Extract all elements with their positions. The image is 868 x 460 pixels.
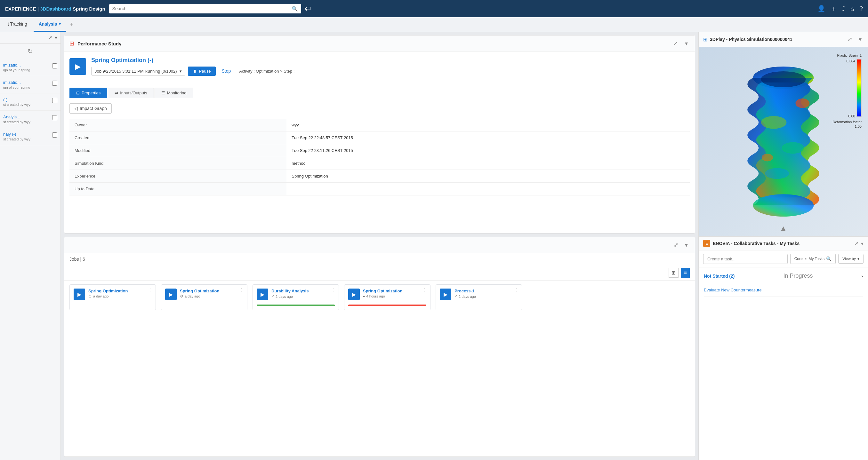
- table-row: Created Tue Sep 22 22:48:57 CEST 2015: [69, 131, 690, 144]
- stop-button[interactable]: Stop: [218, 66, 234, 76]
- context-tasks-button[interactable]: Context My Tasks 🔍: [790, 254, 836, 264]
- tab-properties[interactable]: ⊞ Properties: [69, 88, 107, 98]
- create-task-input[interactable]: [703, 254, 788, 264]
- sidebar-item-content: (-) st created by wyy: [3, 97, 50, 106]
- list-item[interactable]: imizatio... ign of your spring: [0, 59, 61, 76]
- scale-deform-label: Deformation factor: [833, 120, 862, 124]
- top-nav-icons: 👤 ＋ ⤴ ⌂ ?: [817, 4, 863, 13]
- sidebar-item-subtitle: st created by wyy: [3, 103, 50, 106]
- list-item[interactable]: Analyis... st created by wyy: [0, 111, 61, 128]
- sidebar-item-checkbox[interactable]: [52, 80, 57, 86]
- tab-add-button[interactable]: +: [67, 20, 76, 29]
- tab-inputs-outputs[interactable]: ⇄ Inputs/Outputs: [108, 88, 154, 98]
- task-more-button[interactable]: ⋮: [857, 286, 863, 293]
- activity-label: Activity : Optimization > Step :: [239, 69, 294, 73]
- sidebar-refresh[interactable]: ↻: [0, 43, 61, 59]
- view-by-button[interactable]: View by ▾: [838, 254, 864, 264]
- job-more-button[interactable]: ⋮: [422, 287, 428, 294]
- pause-label: Pause: [199, 69, 211, 73]
- sidebar-item-subtitle: st created by wyy: [3, 120, 50, 124]
- jobs-grid-view-button[interactable]: ⊞: [669, 268, 679, 278]
- jobs-list-view-button[interactable]: ≡: [681, 268, 690, 278]
- impact-graph-label: Impact Graph: [80, 106, 107, 111]
- job-more-button[interactable]: ⋮: [147, 287, 153, 294]
- jobs-panel: ⤢ ▾ Jobs | 6 ⊞ ≡ ▶: [64, 237, 695, 457]
- play-icon: ▶: [169, 291, 173, 297]
- job-progress-bar: [257, 304, 335, 306]
- job-meta-text: 2 days ago: [276, 295, 293, 298]
- panel-collapse-button[interactable]: ▾: [683, 39, 690, 48]
- viewer-expand-button[interactable]: ⤢: [846, 35, 854, 43]
- sidebar-item-content: Analyis... st created by wyy: [3, 114, 50, 124]
- job-play-icon: ▶: [73, 289, 85, 300]
- play-icon: ▶: [78, 291, 81, 297]
- inputs-tab-label: Inputs/Outputs: [120, 91, 147, 95]
- home-icon[interactable]: ⌂: [850, 5, 854, 12]
- panel-expand-button[interactable]: ⤢: [671, 39, 680, 48]
- sidebar-item-checkbox[interactable]: [52, 132, 57, 137]
- tasks-header: E ENOVIA - Collaborative Tasks - My Task…: [699, 237, 868, 251]
- job-play-icon: ▶: [257, 289, 268, 300]
- table-row: Simulation Kind method: [69, 157, 690, 170]
- sidebar-item-title: imizatio...: [3, 63, 50, 67]
- svg-point-4: [765, 168, 789, 179]
- task-title[interactable]: Evaluate New Countermeasure: [704, 288, 854, 292]
- sidebar-item-subtitle: st created by wyy: [3, 137, 50, 141]
- list-item[interactable]: imizatio... ign of your spring: [0, 76, 61, 93]
- sidebar-item-title: naly (-): [3, 132, 50, 137]
- tab-monitoring[interactable]: ☰ Monitoring: [155, 88, 193, 98]
- sim-play-button[interactable]: ▶: [69, 58, 86, 75]
- sidebar-item-subtitle: ign of your spring: [3, 68, 50, 72]
- list-item[interactable]: naly (-) st created by wyy: [0, 128, 61, 145]
- app-brand: EXPERIENCE | 3DDashboard Spring Design: [5, 6, 105, 11]
- sidebar-item-checkbox[interactable]: [52, 115, 57, 120]
- user-icon[interactable]: 👤: [817, 5, 826, 12]
- monitoring-tab-icon: ☰: [161, 91, 165, 95]
- job-card-header: ▶ Durability Analysis ✓ 2 days ago: [257, 289, 335, 300]
- add-icon[interactable]: ＋: [831, 4, 837, 13]
- section-arrow-right[interactable]: ›: [862, 273, 863, 278]
- search-input[interactable]: [112, 6, 289, 11]
- job-more-button[interactable]: ⋮: [239, 287, 245, 294]
- job-info: Spring Optimization ⏱ a day ago: [88, 289, 152, 298]
- job-card: ▶ Spring Optimization ⏱ a day ago ⋮: [161, 284, 247, 310]
- sidebar-expand-icon[interactable]: ⤢: [48, 35, 52, 41]
- svg-point-3: [782, 142, 804, 154]
- not-started-section-header: Not Started (2) In Progress ›: [704, 272, 863, 279]
- jobs-collapse-button[interactable]: ▾: [683, 241, 690, 249]
- jobs-expand-button[interactable]: ⤢: [672, 241, 680, 249]
- tasks-collapse-button[interactable]: ▾: [861, 240, 864, 247]
- table-row: Modified Tue Sep 22 23:11:26 CEST 2015: [69, 144, 690, 157]
- viewer-collapse-button[interactable]: ▾: [857, 35, 864, 43]
- viewer-chevron-up[interactable]: ▲: [780, 224, 787, 233]
- sidebar-item-checkbox[interactable]: [52, 98, 57, 103]
- color-scale: Plastic Strain .1 0.364 0.00 Deformation…: [833, 54, 862, 128]
- job-meta-text: a day ago: [185, 294, 200, 298]
- panel-header: ⊞ Performance Study ⤢ ▾: [64, 35, 695, 52]
- sidebar-item-checkbox[interactable]: [52, 63, 57, 68]
- help-icon[interactable]: ?: [859, 5, 863, 12]
- center-content: ⊞ Performance Study ⤢ ▾ ▶ Spring Optimiz…: [61, 32, 699, 460]
- prop-key: Created: [69, 131, 286, 144]
- job-meta: ✓ 2 days ago: [455, 294, 518, 298]
- job-more-button[interactable]: ⋮: [514, 287, 519, 294]
- list-item[interactable]: (-) st created by wyy: [0, 93, 61, 111]
- tab-tracking[interactable]: t Tracking: [3, 17, 32, 32]
- pause-button[interactable]: ⏸ Pause: [188, 67, 216, 76]
- share-icon[interactable]: ⤴: [842, 5, 845, 12]
- tag-icon[interactable]: 🏷: [305, 5, 311, 12]
- search-bar[interactable]: 🔍: [109, 4, 301, 13]
- job-circle-icon: ●: [363, 294, 365, 298]
- tab-analysis[interactable]: Analysis ▾: [34, 17, 66, 32]
- jobs-panel-header: ⤢ ▾: [64, 237, 695, 253]
- impact-graph-button[interactable]: ◁ Impact Graph: [69, 103, 112, 113]
- job-selector[interactable]: Job 9/23/2015 3:01:11 PM Running (0/1002…: [91, 67, 185, 75]
- view-by-label: View by: [842, 257, 856, 261]
- tasks-expand-button[interactable]: ⤢: [854, 240, 859, 247]
- sidebar-collapse-icon[interactable]: ▾: [55, 35, 57, 41]
- job-more-button[interactable]: ⋮: [330, 287, 336, 294]
- sidebar-item-title: Analyis...: [3, 114, 50, 119]
- job-meta-text: a day ago: [93, 294, 108, 298]
- job-info: Process-1 ✓ 2 days ago: [455, 289, 518, 298]
- job-title: Spring Optimization: [180, 289, 243, 293]
